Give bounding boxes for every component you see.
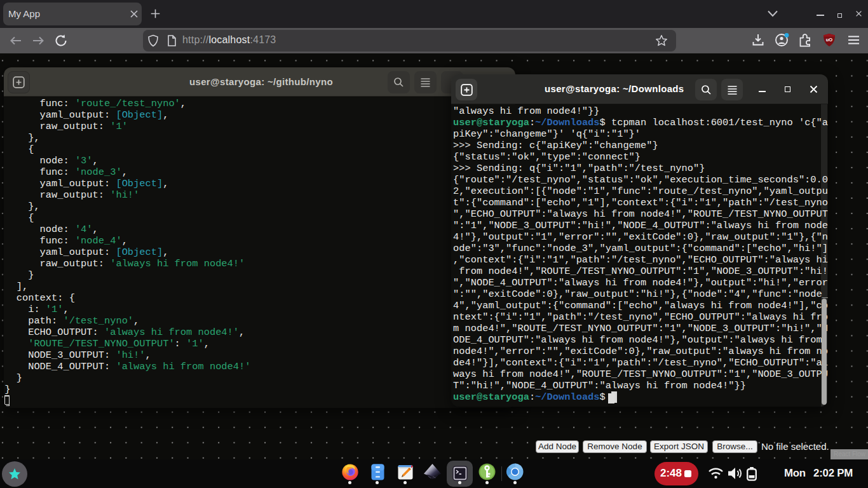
svg-text:uO: uO	[826, 37, 833, 43]
